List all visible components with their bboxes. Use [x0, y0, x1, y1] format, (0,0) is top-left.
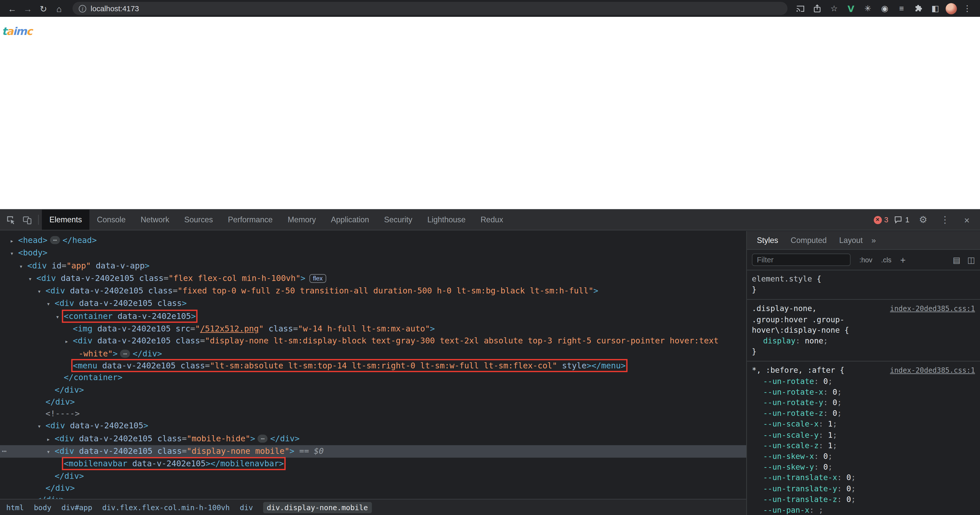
devtools-tab-sources[interactable]: Sources: [177, 210, 221, 230]
devtools-tab-memory[interactable]: Memory: [280, 210, 323, 230]
tree-row[interactable]: ▾<div data-v-2402e105 class="flex flex-c…: [0, 272, 746, 285]
css-line: --un-skew-x: 0;: [752, 452, 975, 462]
bookmark-star-icon[interactable]: ☆: [827, 2, 840, 15]
flex-badge[interactable]: flex: [309, 274, 326, 283]
tree-row[interactable]: ▸<head>⋯</head>: [0, 234, 746, 247]
expand-arrow-icon[interactable]: ▸: [46, 433, 55, 445]
tree-row[interactable]: </div>: [0, 384, 746, 396]
code-token: :: [819, 420, 828, 429]
devtools-tab-console[interactable]: Console: [89, 210, 133, 230]
tree-row[interactable]: <menu data-v-2402e105 class="lt-sm:absol…: [0, 360, 746, 372]
tree-row[interactable]: ▾<div data-v-2402e105 class="fixed top-0…: [0, 285, 746, 298]
devtools-tab-network[interactable]: Network: [133, 210, 177, 230]
cast-icon[interactable]: [794, 2, 807, 15]
address-bar[interactable]: i localhost:4173: [73, 2, 788, 15]
sidebar-toggle-icon[interactable]: ◫: [967, 255, 975, 265]
tree-row[interactable]: ▾<div data-v-2402e105>: [0, 420, 746, 433]
code-token: "display-none mobile": [187, 447, 290, 456]
css-source-link[interactable]: index-20ded385.css:1: [890, 304, 975, 314]
expand-arrow-icon[interactable]: ▸: [65, 336, 73, 347]
expand-arrow-icon[interactable]: ▸: [10, 235, 18, 247]
browser-menu-icon[interactable]: ⋮: [961, 2, 974, 15]
extension-asterisk-icon[interactable]: ✳: [861, 2, 874, 15]
expand-arrow-icon[interactable]: ▾: [19, 260, 27, 272]
share-icon[interactable]: [811, 2, 824, 15]
forward-icon[interactable]: →: [21, 1, 35, 16]
home-icon[interactable]: ⌂: [52, 1, 66, 16]
expand-arrow-icon[interactable]: ▾: [37, 285, 45, 298]
expand-arrow-icon[interactable]: ▾: [28, 273, 37, 285]
expand-arrow-icon[interactable]: ▾: [37, 420, 45, 433]
new-style-rule-icon[interactable]: +: [900, 254, 905, 265]
tree-row[interactable]: <mobilenavbar data-v-2402e105></mobilena…: [0, 458, 746, 470]
back-icon[interactable]: ←: [5, 1, 19, 16]
overflow-tabs-icon[interactable]: »: [872, 235, 876, 245]
styles-tab-styles[interactable]: Styles: [751, 231, 784, 249]
tree-row[interactable]: </div>: [0, 396, 746, 408]
site-info-icon[interactable]: i: [79, 5, 86, 12]
css-source-link[interactable]: index-20ded385.css:1: [890, 366, 975, 376]
extensions-puzzle-icon[interactable]: [912, 2, 925, 15]
expand-arrow-icon[interactable]: ▾: [10, 247, 18, 260]
tree-row[interactable]: ▾<div data-v-2402e105 class>: [0, 298, 746, 310]
close-devtools-icon[interactable]: ×: [959, 212, 975, 228]
row-options-icon[interactable]: ⋯: [2, 445, 6, 457]
breadcrumb-item[interactable]: html: [6, 503, 24, 512]
tree-row[interactable]: ⋯▾<div data-v-2402e105 class="display-no…: [0, 445, 746, 458]
styles-filter-input[interactable]: Filter: [752, 254, 851, 266]
device-toolbar-icon[interactable]: [19, 212, 35, 228]
breadcrumb-item[interactable]: div#app: [62, 503, 92, 512]
devtools-main: ▸<head>⋯</head>▾<body>▾<div id="app" dat…: [0, 231, 980, 515]
code-token: >: [143, 421, 148, 431]
tree-row[interactable]: <img data-v-2402e105 src="/512x512.png" …: [0, 323, 746, 335]
hidden-children-icon[interactable]: ⋯: [50, 236, 60, 244]
devtools-tab-security[interactable]: Security: [377, 210, 420, 230]
tree-row[interactable]: <!---->: [0, 408, 746, 420]
devtools-tab-performance[interactable]: Performance: [221, 210, 280, 230]
inspect-element-icon[interactable]: [3, 212, 19, 228]
devtools-tab-elements[interactable]: Elements: [42, 210, 89, 230]
issues-badge[interactable]: 1: [894, 216, 909, 224]
expand-arrow-icon[interactable]: ▾: [46, 446, 55, 458]
vue-devtools-extension-icon[interactable]: V: [845, 2, 858, 15]
code-token: :: [837, 485, 846, 493]
extension-circle-icon[interactable]: ◉: [878, 2, 891, 15]
more-options-icon[interactable]: ⋮: [937, 212, 953, 228]
tree-row[interactable]: </div>: [0, 494, 746, 499]
expand-arrow-icon[interactable]: ▾: [56, 311, 64, 323]
tree-row[interactable]: ▸<div data-v-2402e105 class="display-non…: [0, 335, 746, 348]
tree-row[interactable]: ▾<div id="app" data-v-app>: [0, 260, 746, 272]
rendering-grid-icon[interactable]: ▤: [953, 255, 960, 265]
breadcrumb-item[interactable]: div.flex.flex-col.min-h-100vh: [102, 503, 230, 512]
profile-avatar[interactable]: [945, 3, 957, 14]
breadcrumb: htmlbodydiv#appdiv.flex.flex-col.min-h-1…: [0, 499, 746, 515]
styles-tab-layout[interactable]: Layout: [833, 231, 869, 249]
devtools-tab-lighthouse[interactable]: Lighthouse: [420, 210, 473, 230]
console-errors-badge[interactable]: × 3: [873, 216, 888, 224]
devtools-tab-redux[interactable]: Redux: [473, 210, 511, 230]
tree-row[interactable]: ▾<container data-v-2402e105>: [0, 310, 746, 323]
side-panel-icon[interactable]: ◧: [929, 2, 942, 15]
extension-list-icon[interactable]: ≡: [895, 2, 908, 15]
tree-row[interactable]: </container>: [0, 372, 746, 384]
code-token: 0: [846, 474, 851, 482]
tree-row[interactable]: </div>: [0, 482, 746, 494]
site-logo[interactable]: taimc: [2, 25, 32, 38]
hidden-children-icon[interactable]: ⋯: [120, 350, 130, 358]
tree-row[interactable]: -white">⋯</div>: [0, 347, 746, 360]
breadcrumb-item[interactable]: body: [34, 503, 52, 512]
settings-gear-icon[interactable]: ⚙: [915, 212, 931, 228]
tree-row[interactable]: ▸<div data-v-2402e105 class="mobile-hide…: [0, 433, 746, 445]
breadcrumb-item[interactable]: div.display-none.mobile: [263, 502, 372, 513]
styles-tab-computed[interactable]: Computed: [784, 231, 833, 249]
devtools-tab-application[interactable]: Application: [323, 210, 377, 230]
tree-row[interactable]: </div>: [0, 470, 746, 482]
hidden-children-icon[interactable]: ⋯: [258, 434, 268, 442]
reload-icon[interactable]: ↻: [36, 1, 51, 16]
tree-row[interactable]: ▾<body>: [0, 247, 746, 260]
element-class-toggle[interactable]: .cls: [881, 256, 891, 263]
expand-arrow-icon[interactable]: ▾: [46, 298, 55, 310]
breadcrumb-item[interactable]: div: [240, 503, 253, 512]
css-line: --un-translate-z: 0;: [752, 494, 975, 505]
pseudo-state-toggle[interactable]: :hov: [859, 256, 872, 263]
